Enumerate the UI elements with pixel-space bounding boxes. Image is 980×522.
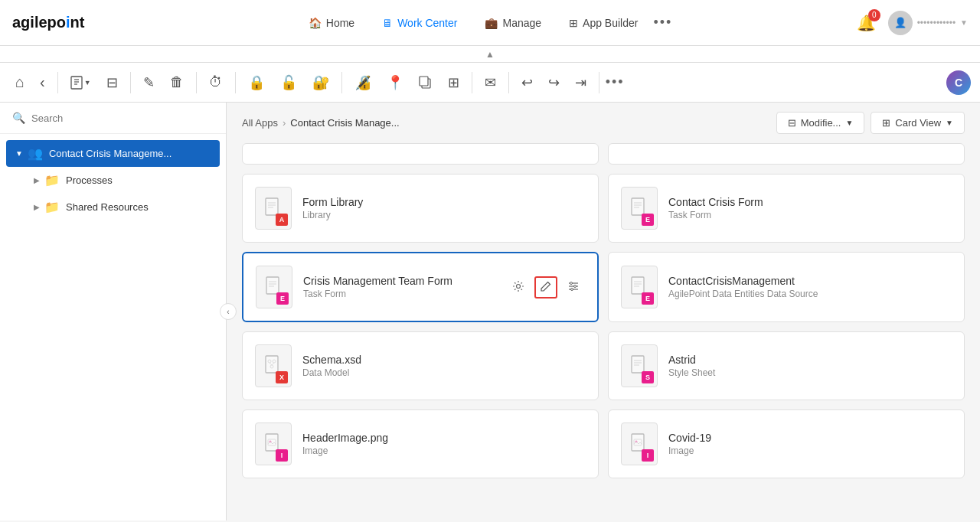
sort-button[interactable]: ⊟ Modifie... ▼	[776, 112, 865, 134]
nav-app-builder[interactable]: ⊞ App Builder	[557, 11, 650, 35]
toolbar-grid-button[interactable]: ⊞	[442, 70, 466, 96]
toolbar-edit-button[interactable]: ✎	[137, 70, 161, 96]
card-info-covid19: Covid-19 Image	[668, 432, 952, 456]
search-icon: 🔍	[12, 112, 25, 124]
sidebar-item-shared-resources[interactable]: ▶ 📁 Shared Resources	[6, 194, 220, 220]
nav-manage[interactable]: 💼 Manage	[472, 11, 554, 35]
sidebar-item-label: Contact Crisis Manageme...	[49, 148, 211, 159]
sidebar-processes-label: Processes	[66, 175, 211, 186]
card-schema[interactable]: X Schema.xsd Data Model	[242, 331, 599, 400]
grid-nav-icon: ⊞	[569, 17, 578, 29]
toolbar-copy-button[interactable]	[413, 71, 439, 94]
search-input[interactable]	[31, 113, 214, 124]
toolbar-security-button[interactable]: 🔏	[348, 70, 377, 96]
card-crisis-management-team[interactable]: E Crisis Management Team Form Task Form	[242, 252, 599, 322]
toolbar-unlock-button[interactable]: 🔓	[274, 70, 303, 96]
card-subtitle-covid19: Image	[668, 445, 952, 456]
nav-items: 🏠 Home 🖥 Work Center 💼 Manage ⊞ App Buil…	[115, 11, 853, 35]
sidebar-item-processes[interactable]: ▶ 📁 Processes	[6, 167, 220, 194]
card-info-contact-crisis: Contact Crisis Form Task Form	[668, 196, 952, 220]
card-subtitle-contact-crisis: Task Form	[668, 210, 952, 220]
card-title-contact-crisis: Contact Crisis Form	[668, 196, 952, 208]
toolbar-divider-2	[130, 72, 131, 93]
toolbar-delete-button[interactable]: 🗑	[164, 70, 190, 95]
toolbar-divider-4	[235, 72, 236, 93]
card-contact-crisis-form[interactable]: E Contact Crisis Form Task Form	[608, 174, 965, 243]
logo[interactable]: agilepoint	[12, 14, 84, 31]
card-covid19[interactable]: I Covid-19 Image	[608, 409, 965, 478]
card-contact-crisis-management[interactable]: E ContactCrisisManagement AgilePoint Dat…	[608, 252, 965, 322]
user-menu[interactable]: 👤 •••••••••••• ▼	[888, 11, 968, 35]
sidebar-shared-label: Shared Resources	[66, 201, 211, 213]
avatar: 👤	[888, 11, 913, 35]
card-badge-covid19: I	[642, 449, 654, 462]
card-subtitle-header-image: Image	[302, 445, 586, 456]
card-badge-astrid: S	[642, 371, 654, 383]
collapse-bar[interactable]: ▲	[0, 46, 980, 63]
card-icon-form-library: A	[255, 187, 292, 230]
notification-button[interactable]: 🔔 0	[854, 11, 879, 35]
toolbar-home-button[interactable]: ⌂	[9, 69, 31, 96]
nav-more-button[interactable]: •••	[653, 15, 672, 31]
card-title-covid19: Covid-19	[668, 432, 952, 444]
card-astrid[interactable]: S Astrid Style Sheet	[608, 331, 965, 400]
toolbar-email-button[interactable]: ✉	[479, 70, 502, 96]
tree-chevron-icon: ▼	[15, 149, 23, 158]
toolbar-lock2-button[interactable]: 🔐	[306, 70, 335, 96]
sort-label: Modifie...	[801, 117, 841, 129]
toolbar-export-button[interactable]: ↪	[542, 70, 566, 96]
toolbar-back-button[interactable]: ‹	[34, 69, 51, 96]
card-badge-ccm: E	[642, 292, 654, 305]
tree-chevron-shared-icon: ▶	[34, 203, 40, 211]
user-chevron-icon: ▼	[960, 18, 968, 27]
toolbar-lock-button[interactable]: 🔒	[242, 70, 271, 96]
card-badge-header-image: I	[276, 449, 288, 462]
card-icon-header-image: I	[255, 422, 292, 465]
toolbar-history-button[interactable]: ⏱	[203, 70, 229, 95]
svg-rect-42	[632, 434, 644, 451]
card-badge-crisis-team: E	[276, 292, 289, 305]
toolbar-more-button[interactable]: •••	[606, 74, 625, 90]
card-info-crisis-team: Crisis Management Team Form Task Form	[303, 275, 496, 299]
card-settings-button[interactable]	[507, 276, 530, 299]
toolbar-filter-button[interactable]: ⊟	[100, 70, 124, 96]
toolbar-new-button[interactable]: ▼	[64, 71, 97, 94]
chevron-left-icon: ‹	[227, 308, 229, 316]
nav-home-label: Home	[326, 17, 354, 29]
svg-rect-5	[420, 77, 428, 86]
toolbar-import-button[interactable]: ↩	[515, 70, 539, 96]
card-info-schema: Schema.xsd Data Model	[302, 354, 586, 378]
toolbar-divider-7	[508, 72, 509, 93]
folder-shared-icon: 📁	[44, 200, 60, 214]
nav-home[interactable]: 🏠 Home	[296, 11, 367, 35]
card-subtitle-crisis-team: Task Form	[303, 289, 496, 299]
card-view-button[interactable]: ⊞ Card View ▼	[871, 112, 965, 134]
card-header-image[interactable]: I HeaderImage.png Image	[242, 409, 599, 478]
folder-icon: 📁	[44, 173, 60, 188]
toolbar-location-button[interactable]: 📍	[381, 70, 410, 96]
partial-card-left	[242, 143, 599, 165]
card-form-library[interactable]: A Form Library Library	[242, 174, 599, 243]
partial-card-right	[608, 143, 965, 165]
card-view-label: Card View	[895, 117, 941, 129]
nav-right: 🔔 0 👤 •••••••••••• ▼	[854, 11, 968, 35]
nav-work-center[interactable]: 🖥 Work Center	[370, 11, 469, 35]
toolbar-logout-button[interactable]: ⇥	[569, 70, 593, 96]
svg-rect-25	[632, 277, 644, 294]
card-subtitle-astrid: Style Sheet	[668, 367, 952, 378]
sidebar-item-contact-crisis[interactable]: ▼ 👥 Contact Crisis Manageme...	[6, 140, 220, 167]
card-subtitle-schema: Data Model	[302, 367, 586, 378]
toolbar-user-badge[interactable]: C	[946, 70, 971, 95]
nav-work-center-label: Work Center	[397, 17, 457, 29]
card-badge-contact-crisis: E	[642, 214, 654, 226]
view-chevron-icon: ▼	[946, 119, 953, 127]
card-adjust-button[interactable]	[562, 276, 585, 299]
sidebar-collapse-button[interactable]: ‹	[220, 303, 237, 320]
breadcrumb-all-apps[interactable]: All Apps	[242, 117, 278, 129]
breadcrumb-current: Contact Crisis Manage...	[290, 117, 399, 129]
card-edit-button[interactable]	[534, 276, 557, 299]
card-subtitle-ccm: AgilePoint Data Entities Data Source	[668, 289, 952, 299]
svg-rect-35	[632, 356, 644, 373]
card-info-header-image: HeaderImage.png Image	[302, 432, 586, 456]
user-name: ••••••••••••	[917, 18, 956, 28]
